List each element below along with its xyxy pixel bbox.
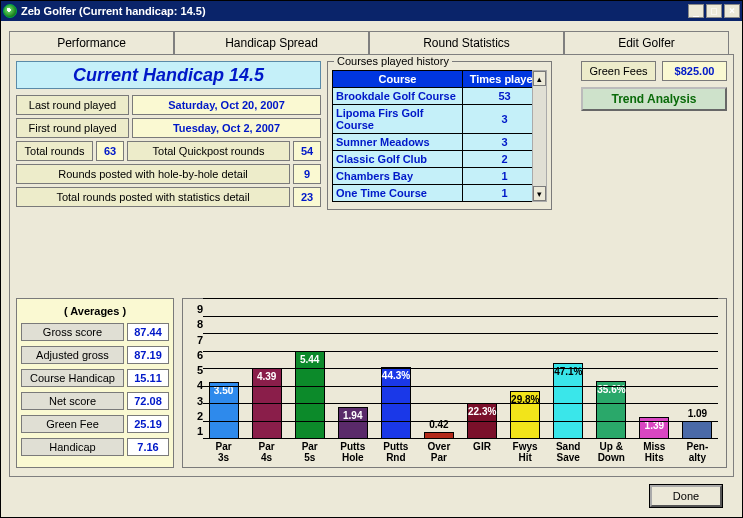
stat-detail-value: 23 <box>293 187 321 207</box>
x-label: Par4s <box>247 441 286 463</box>
x-label: GIR <box>462 441 501 463</box>
y-tick: 1 <box>191 425 203 439</box>
green-fees-value: $825.00 <box>662 61 727 81</box>
y-tick: 9 <box>191 303 203 317</box>
hole-detail-label: Rounds posted with hole-by-hole detail <box>16 164 290 184</box>
first-round-value: Tuesday, Oct 2, 2007 <box>132 118 321 138</box>
bar-slot: 5.44 <box>290 351 329 439</box>
y-tick: 5 <box>191 364 203 378</box>
bar-value: 4.39 <box>253 371 281 382</box>
x-label: Par5s <box>290 441 329 463</box>
courses-history: Courses played history Course Times play… <box>327 61 552 210</box>
table-row[interactable]: One Time Course1 <box>333 185 547 202</box>
minimize-button[interactable]: _ <box>688 4 704 18</box>
y-tick: 8 <box>191 318 203 332</box>
x-label: Par3s <box>204 441 243 463</box>
average-row: Course Handicap15.11 <box>21 369 169 387</box>
gridline <box>203 298 718 299</box>
app-icon <box>3 4 17 18</box>
y-tick: 6 <box>191 349 203 363</box>
bar-value: 5.44 <box>296 354 324 365</box>
table-row[interactable]: Sumner Meadows3 <box>333 134 547 151</box>
titlebar: Zeb Golfer (Current handicap: 14.5) _ □ … <box>1 1 742 21</box>
bar-slot: 47.1% <box>549 363 588 439</box>
gridline <box>203 351 718 352</box>
average-row: Gross score87.44 <box>21 323 169 341</box>
tab-edit-golfer[interactable]: Edit Golfer <box>564 31 729 54</box>
x-label: PuttsHole <box>333 441 372 463</box>
app-window: Zeb Golfer (Current handicap: 14.5) _ □ … <box>0 0 743 518</box>
averages-panel: ( Averages ) Gross score87.44Adjusted gr… <box>16 298 174 468</box>
chart-bar: 29.8% <box>510 391 540 439</box>
chart-panel: 987654321 3.504.395.441.9444.3%0.4222.3%… <box>182 298 727 468</box>
average-label: Course Handicap <box>21 369 124 387</box>
stat-detail-label: Total rounds posted with statistics deta… <box>16 187 290 207</box>
x-label: PuttsRnd <box>376 441 415 463</box>
chart-bar: 1.09 <box>682 421 712 439</box>
gridline <box>203 368 718 369</box>
content-area: Performance Handicap Spread Round Statis… <box>1 21 742 517</box>
gridline <box>203 438 718 439</box>
trend-analysis-button[interactable]: Trend Analysis <box>581 87 727 111</box>
total-rounds-label: Total rounds <box>16 141 93 161</box>
chart-bar: 35.6% <box>596 381 626 439</box>
bar-value: 1.09 <box>683 408 711 419</box>
first-round-label: First round played <box>16 118 129 138</box>
courses-table: Course Times played Brookdale Golf Cours… <box>332 70 547 202</box>
chart-bar: 5.44 <box>295 351 325 439</box>
averages-title: ( Averages ) <box>21 305 169 317</box>
quickpost-value: 54 <box>293 141 321 161</box>
total-rounds-value: 63 <box>96 141 124 161</box>
average-row: Adjusted gross87.19 <box>21 346 169 364</box>
x-label: Pen-alty <box>678 441 717 463</box>
average-label: Adjusted gross <box>21 346 124 364</box>
courses-header-course[interactable]: Course <box>333 71 463 88</box>
average-value: 15.11 <box>127 369 169 387</box>
courses-scrollbar[interactable]: ▴ ▾ <box>532 70 547 202</box>
courses-legend: Courses played history <box>334 55 452 67</box>
average-value: 7.16 <box>127 438 169 456</box>
average-row: Handicap7.16 <box>21 438 169 456</box>
bar-value: 22.3% <box>468 406 496 417</box>
chart-bar: 47.1% <box>553 363 583 439</box>
tab-handicap-spread[interactable]: Handicap Spread <box>174 31 369 54</box>
tab-performance[interactable]: Performance <box>9 31 174 54</box>
bar-slot: 1.09 <box>678 421 717 439</box>
chart-plot: 3.504.395.441.9444.3%0.4222.3%29.8%47.1%… <box>203 303 718 463</box>
average-label: Net score <box>21 392 124 410</box>
window-title: Zeb Golfer (Current handicap: 14.5) <box>21 5 686 17</box>
maximize-button[interactable]: □ <box>706 4 722 18</box>
last-round-value: Saturday, Oct 20, 2007 <box>132 95 321 115</box>
tab-panel: Current Handicap 14.5 Last round played … <box>9 54 734 477</box>
tab-round-statistics[interactable]: Round Statistics <box>369 31 564 54</box>
scroll-up-icon[interactable]: ▴ <box>533 71 546 86</box>
bar-slot: 35.6% <box>592 381 631 439</box>
average-value: 87.44 <box>127 323 169 341</box>
last-round-label: Last round played <box>16 95 129 115</box>
average-label: Handicap <box>21 438 124 456</box>
x-label: FwysHit <box>506 441 545 463</box>
chart-bar: 3.50 <box>209 382 239 439</box>
bar-slot: 3.50 <box>204 382 243 439</box>
average-value: 87.19 <box>127 346 169 364</box>
bar-value: 44.3% <box>382 370 410 381</box>
gridline <box>203 386 718 387</box>
x-label: Up &Down <box>592 441 631 463</box>
chart-y-axis: 987654321 <box>191 303 203 463</box>
gridline <box>203 421 718 422</box>
green-fees-label: Green Fees <box>581 61 656 81</box>
bar-slot: 29.8% <box>506 391 545 439</box>
table-row[interactable]: Lipoma Firs Golf Course3 <box>333 105 547 134</box>
x-label: MissHits <box>635 441 674 463</box>
x-label: SandSave <box>549 441 588 463</box>
table-row[interactable]: Chambers Bay1 <box>333 168 547 185</box>
average-value: 25.19 <box>127 415 169 433</box>
table-row[interactable]: Classic Golf Club2 <box>333 151 547 168</box>
gridline <box>203 403 718 404</box>
close-button[interactable]: × <box>724 4 740 18</box>
average-value: 72.08 <box>127 392 169 410</box>
done-button[interactable]: Done <box>650 485 722 507</box>
y-tick: 4 <box>191 379 203 393</box>
scroll-down-icon[interactable]: ▾ <box>533 186 546 201</box>
table-row[interactable]: Brookdale Golf Course53 <box>333 88 547 105</box>
